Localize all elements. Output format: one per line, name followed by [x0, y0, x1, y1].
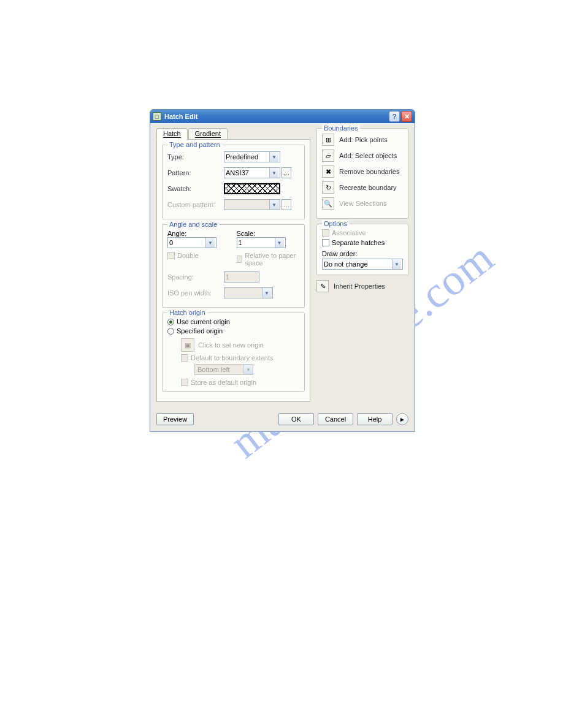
radio-use-current[interactable]: Use current origin: [167, 318, 299, 325]
pattern-browse-button[interactable]: …: [282, 167, 291, 178]
pattern-label: Pattern:: [167, 169, 224, 176]
chevron-down-icon: ▼: [262, 288, 271, 298]
group-title: Hatch origin: [167, 309, 207, 316]
group-title: Options: [322, 220, 349, 227]
double-label: Double: [177, 252, 199, 259]
group-boundaries: Boundaries ⊞ Add: Pick points ▱ Add: Sel…: [316, 128, 408, 219]
swatch-preview[interactable]: [224, 183, 280, 194]
help-icon[interactable]: ?: [389, 111, 400, 122]
tab-gradient[interactable]: Gradient: [188, 128, 228, 140]
tab-hatch[interactable]: Hatch: [156, 128, 188, 140]
associative-checkbox: [322, 229, 329, 237]
separate-hatches-checkbox[interactable]: [322, 239, 329, 246]
tab-strip: Hatch Gradient: [156, 128, 310, 140]
draw-order-select[interactable]: Do not change ▼: [322, 259, 403, 270]
remove-boundaries-icon: ✖: [322, 165, 334, 178]
select-objects-icon: ▱: [322, 150, 334, 162]
app-icon: ▢: [153, 112, 161, 121]
double-checkbox: [167, 252, 175, 259]
chevron-down-icon: ▼: [269, 168, 278, 178]
magnifier-icon: 🔍: [322, 197, 334, 210]
separate-hatches-label: Separate hatches: [332, 239, 385, 246]
radio-specified[interactable]: Specified origin: [167, 327, 299, 335]
help-button[interactable]: Help: [357, 413, 393, 425]
pick-points-icon: ⊞: [322, 134, 334, 146]
associative-label: Associative: [332, 229, 366, 237]
chevron-down-icon: ▼: [243, 365, 253, 374]
view-selections-button: 🔍 View Selections: [322, 197, 403, 210]
draw-order-label: Draw order:: [322, 250, 403, 257]
recreate-boundary-icon: ↻: [322, 181, 334, 194]
default-extents-checkbox: [181, 354, 188, 362]
extents-position-select: Bottom left ▼: [194, 364, 253, 375]
ok-button[interactable]: OK: [278, 413, 314, 425]
scale-label: Scale:: [237, 230, 300, 237]
remove-boundaries-button[interactable]: ✖ Remove boundaries: [322, 165, 403, 178]
spacing-label: Spacing:: [167, 273, 224, 281]
titlebar[interactable]: ▢ Hatch Edit ? ✕: [150, 110, 415, 123]
group-type-pattern: Type and pattern Type: Predefined ▼ Patt…: [162, 145, 305, 219]
set-origin-button: ▣: [181, 338, 194, 352]
relative-label: Relative to paper space: [245, 252, 299, 267]
type-label: Type:: [167, 153, 224, 161]
chevron-down-icon: ▼: [269, 200, 278, 210]
inherit-icon: ✎: [316, 280, 329, 292]
group-options: Options Associative Separate hatches Dra…: [316, 224, 408, 275]
relative-checkbox: [237, 256, 243, 263]
group-title: Angle and scale: [167, 221, 219, 228]
group-title: Boundaries: [322, 124, 360, 132]
close-icon[interactable]: ✕: [401, 111, 412, 122]
default-extents-label: Default to boundary extents: [191, 354, 274, 362]
hatch-edit-dialog: ▢ Hatch Edit ? ✕ Hatch Gradient Type and…: [150, 109, 415, 432]
angle-select[interactable]: 0 ▼: [167, 237, 216, 248]
spacing-input: [224, 271, 259, 282]
group-angle-scale: Angle and scale Angle: 0 ▼ Scale:: [162, 224, 305, 308]
expand-button[interactable]: ▸: [396, 413, 408, 425]
set-origin-label: Click to set new origin: [198, 341, 264, 349]
group-title: Type and pattern: [167, 141, 222, 148]
store-default-checkbox: [181, 379, 188, 386]
scale-select[interactable]: 1 ▼: [237, 237, 286, 248]
dialog-buttons: Preview OK Cancel Help ▸: [150, 408, 415, 431]
store-default-label: Store as default origin: [191, 379, 256, 386]
chevron-down-icon: ▼: [392, 259, 401, 269]
tab-panel-hatch: Type and pattern Type: Predefined ▼ Patt…: [156, 139, 310, 402]
add-select-objects-button[interactable]: ▱ Add: Select objects: [322, 150, 403, 162]
iso-label: ISO pen width:: [167, 289, 224, 297]
type-select[interactable]: Predefined ▼: [224, 151, 280, 162]
custom-browse-button: …: [282, 199, 291, 210]
dialog-title: Hatch Edit: [164, 113, 389, 120]
angle-label: Angle:: [167, 230, 231, 237]
custom-pattern-select: ▼: [224, 199, 280, 210]
pattern-select[interactable]: ANSI37 ▼: [224, 167, 280, 178]
swatch-label: Swatch:: [167, 185, 224, 192]
iso-select: ▼: [224, 287, 273, 298]
chevron-down-icon: ▼: [269, 152, 278, 162]
chevron-down-icon: ▼: [275, 238, 284, 248]
preview-button[interactable]: Preview: [156, 413, 194, 425]
recreate-boundary-button[interactable]: ↻ Recreate boundary: [322, 181, 403, 194]
add-pick-points-button[interactable]: ⊞ Add: Pick points: [322, 134, 403, 146]
group-hatch-origin: Hatch origin Use current origin Specifie…: [162, 313, 305, 392]
chevron-down-icon: ▼: [205, 238, 215, 248]
cancel-button[interactable]: Cancel: [318, 413, 353, 425]
inherit-properties-button[interactable]: ✎ Inherit Properties: [316, 280, 408, 292]
custom-pattern-label: Custom pattern:: [167, 201, 224, 208]
